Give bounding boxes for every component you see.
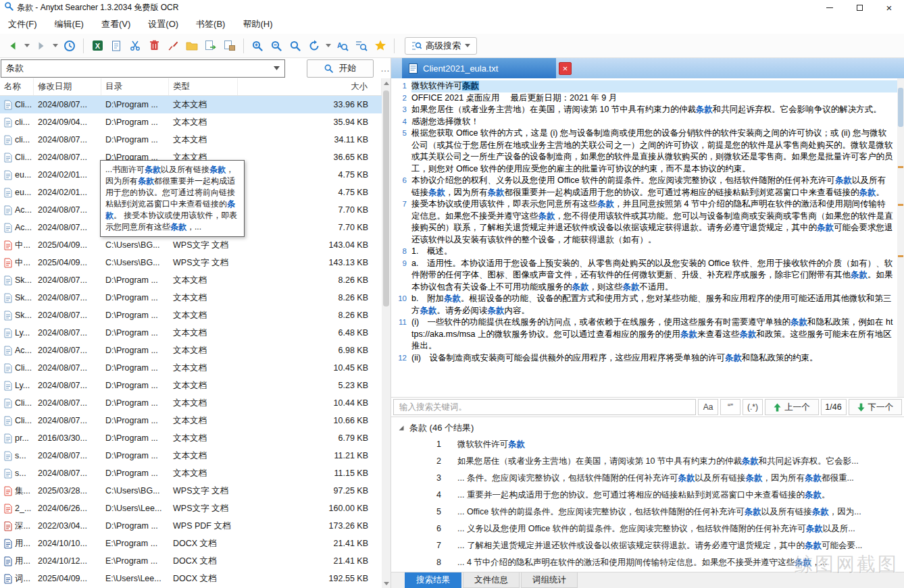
- watermark: 鲸图网截图: [794, 552, 899, 577]
- directory-cell: D:\Users\Lee...: [101, 504, 169, 513]
- scrollbar-down-arrow[interactable]: [382, 579, 391, 588]
- result-item[interactable]: 3... 条件。您应阅读完整协议，包括软件随附的任何补充许可条款以及所有链接条款…: [391, 470, 904, 487]
- search-tool-button[interactable]: [286, 36, 304, 55]
- column-header[interactable]: 目录: [101, 78, 169, 95]
- refresh-dropdown[interactable]: [324, 36, 332, 55]
- file-name: Cli...: [15, 363, 32, 373]
- favorites-button[interactable]: [372, 36, 389, 55]
- table-scrollbar[interactable]: [382, 78, 391, 588]
- table-row[interactable]: 2_...2024/06/26...D:\Users\Lee...WPS文字 文…: [0, 500, 382, 517]
- minimize-button[interactable]: [815, 0, 845, 15]
- menu-item[interactable]: 设置(O): [148, 18, 178, 30]
- menu-item[interactable]: 查看(V): [101, 18, 130, 30]
- file-icon: [4, 240, 12, 250]
- preview-line: 2OFFICE 2021 桌面应用 最后更新日期：2021 年 9 月: [394, 92, 904, 105]
- cut-button[interactable]: [126, 36, 144, 55]
- file-table-header: 名称修改日期目录类型大小: [0, 78, 382, 96]
- copy-button[interactable]: [107, 36, 125, 55]
- previous-match-button[interactable]: 上一个: [765, 399, 819, 415]
- text-segment: OFFICE 2021 桌面应用 最后更新日期：2021 年 9 月: [411, 93, 617, 103]
- menu-item[interactable]: 帮助(H): [243, 18, 272, 30]
- sign-button[interactable]: [164, 36, 182, 55]
- table-row[interactable]: 中...2025/04/09...C:\Users\BG...WPS文字 文档1…: [0, 236, 382, 254]
- maximize-button[interactable]: [845, 0, 874, 15]
- table-row[interactable]: Cli...2024/08/07...D:\Program ...文本文档10.…: [0, 359, 382, 377]
- close-button[interactable]: ×: [874, 0, 904, 15]
- column-header[interactable]: 大小: [238, 78, 382, 95]
- preview-scrollbar-thumb[interactable]: [898, 88, 903, 127]
- bottom-tab-3[interactable]: 词组统计: [521, 572, 578, 588]
- column-header[interactable]: 名称: [0, 78, 34, 95]
- zoom-in-icon: [251, 40, 263, 52]
- more-options-button[interactable]: …: [380, 63, 391, 74]
- table-row[interactable]: 中...2025/04/09...C:\Users\BG...WPS文字 文档1…: [0, 254, 382, 271]
- result-item[interactable]: 5... Office 软件的前提条件。您应阅读完整协议，包括软件随附的任何补充…: [391, 504, 904, 520]
- table-row[interactable]: pr...2016/03/30...D:\Program ...文本文档6.79…: [0, 429, 382, 447]
- table-row[interactable]: 集...2025/03/28...C:\Users\BG...WPS文字 文档9…: [0, 482, 382, 500]
- expander-icon[interactable]: [398, 425, 405, 431]
- regex-button[interactable]: (.*): [743, 399, 763, 415]
- scrollbar-up-arrow[interactable]: [382, 78, 391, 88]
- menu-item[interactable]: 编辑(E): [55, 18, 84, 30]
- match-case-button[interactable]: Aa: [698, 399, 718, 415]
- zoom-in-button[interactable]: [249, 36, 266, 55]
- table-row[interactable]: Sk...2024/08/07...D:\Program ...文本文档8.26…: [0, 289, 382, 306]
- find-input[interactable]: 输入搜索关键词。: [393, 399, 696, 415]
- table-scrollbar-thumb[interactable]: [383, 90, 389, 306]
- bottom-tab-2[interactable]: 文件信息: [463, 572, 520, 588]
- menu-item[interactable]: 书签(B): [196, 18, 225, 30]
- export-excel-button[interactable]: X: [89, 36, 106, 55]
- table-row[interactable]: Cli...2024/08/07...D:\Program ...文本文档10.…: [0, 412, 382, 429]
- table-row[interactable]: 深...2022/03/04...D:\Program ...WPS PDF 文…: [0, 517, 382, 535]
- result-item[interactable]: 6... 义务以及您使用 Office 软件的前提条件。您应阅读完整协议，包括软…: [391, 520, 904, 537]
- advanced-search-button[interactable]: 高级搜索: [405, 37, 477, 55]
- table-row[interactable]: Sk...2024/08/07...D:\Program ...文本文档8.26…: [0, 271, 382, 289]
- table-row[interactable]: cli...2024/09/04...D:\Program ...文本文档35.…: [0, 113, 382, 131]
- table-row[interactable]: cli...2024/08/07...D:\Program ...文本文档34.…: [0, 131, 382, 149]
- next-match-button[interactable]: 下一个: [849, 399, 903, 415]
- search-query-input[interactable]: 条款: [1, 59, 285, 78]
- column-header[interactable]: 类型: [169, 78, 238, 95]
- table-row[interactable]: 用...2024/10/12...E:\Program ...DOCX 文档21…: [0, 552, 382, 570]
- forward-button[interactable]: [32, 36, 50, 55]
- column-header[interactable]: 修改日期: [34, 78, 101, 95]
- preview-tab[interactable]: Client2021_eula.txt: [402, 58, 556, 78]
- table-row[interactable]: Ly...2024/08/07...D:\Program ...文本文档5.23…: [0, 377, 382, 394]
- back-button[interactable]: [4, 36, 22, 55]
- query-dropdown-icon[interactable]: [274, 66, 280, 70]
- refresh-button[interactable]: [305, 36, 323, 55]
- table-row[interactable]: Ly...2024/08/07...D:\Program ...文本文档6.48…: [0, 324, 382, 342]
- table-row[interactable]: Cli...2024/08/07...D:\Program ...文本文档33.…: [0, 96, 382, 113]
- table-row[interactable]: Ac...2024/08/07...D:\Program ...文本文档6.98…: [0, 342, 382, 359]
- result-item[interactable]: 4... 重要并一起构成适用于您的协议。您可通过将相应的链接粘贴到浏览器窗口中来…: [391, 487, 904, 504]
- table-row[interactable]: s...2024/08/07...D:\Program ...文本文档11.21…: [0, 447, 382, 464]
- table-row[interactable]: Cli...2024/08/07...D:\Program ...文本文档10.…: [0, 394, 382, 412]
- export-doc-button[interactable]: [202, 36, 220, 55]
- table-row[interactable]: Sk...2024/08/07...D:\Program ...文本文档8.26…: [0, 306, 382, 324]
- open-folder-button[interactable]: [183, 36, 201, 55]
- match-highlight: 条款: [859, 188, 876, 197]
- whole-word-button[interactable]: “”: [720, 399, 740, 415]
- archive-button[interactable]: [221, 36, 238, 55]
- zoom-out-button[interactable]: [268, 36, 285, 55]
- find-in-file-button[interactable]: A: [334, 36, 351, 55]
- table-row[interactable]: 用...2024/10/10...E:\Program ...DOCX 文档21…: [0, 535, 382, 552]
- delete-button[interactable]: [145, 36, 163, 55]
- preview-tab-close-button[interactable]: ×: [559, 62, 572, 75]
- bottom-tab-1[interactable]: 搜索结果: [405, 572, 461, 588]
- table-row[interactable]: s...2024/08/07...D:\Program ...文本文档11.15…: [0, 464, 382, 482]
- result-number: 4: [391, 487, 457, 504]
- file-icon: [4, 153, 12, 163]
- history-button[interactable]: [61, 36, 78, 55]
- table-row[interactable]: 词...2025/04/09...E:\Users\Lee...DOCX 文档1…: [0, 570, 382, 587]
- start-search-button[interactable]: 开始: [307, 59, 374, 78]
- result-item[interactable]: 1微软软件许可条款: [391, 436, 904, 453]
- back-dropdown[interactable]: [23, 36, 31, 55]
- preview-scrollbar[interactable]: [897, 78, 904, 397]
- ocr-search-button[interactable]: [353, 36, 370, 55]
- forward-dropdown[interactable]: [51, 36, 59, 55]
- folder-icon: [186, 41, 198, 51]
- file-name-cell: pr...: [0, 433, 34, 444]
- result-item[interactable]: 2如果您居住（或者业务主营地）在美国，请阅读第 10 节中具有约束力的仲裁条款和…: [391, 453, 904, 470]
- menu-item[interactable]: 文件(F): [8, 18, 37, 30]
